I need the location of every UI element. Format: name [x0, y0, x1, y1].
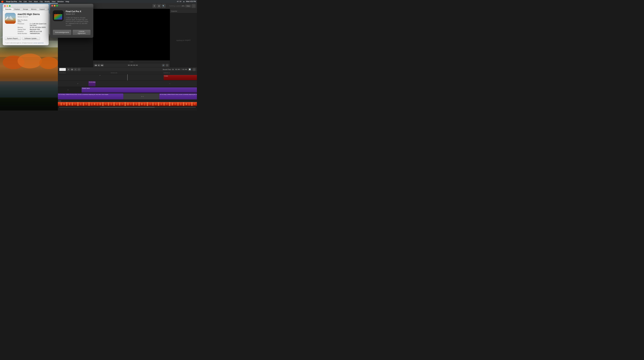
mute-button[interactable]: 🔊 — [162, 64, 165, 67]
timeline-toolbar: Index ⊞ ▦ ≡ ✂ BruceX Test - 5K 02:00 / 0… — [58, 67, 197, 72]
software-update-button[interactable]: Software Update... — [22, 37, 40, 40]
svg-rect-29 — [69, 103, 70, 105]
loop-button[interactable]: ↻ — [166, 64, 168, 67]
tab-overview[interactable]: Overview — [4, 8, 13, 11]
list-view-button[interactable]: ☰ — [152, 4, 156, 8]
track-2-marker-left: ⊢ — [77, 83, 78, 84]
svg-rect-50 — [128, 103, 128, 105]
clip-clouds[interactable]: Clouds: Name — [82, 87, 197, 93]
menubar-edit[interactable]: Edit — [24, 1, 27, 3]
svg-rect-15 — [5, 21, 16, 24]
fast-forward-button[interactable]: ▶▶ — [101, 64, 104, 67]
timeline-clip-appearance[interactable]: ▦ — [70, 68, 74, 71]
fcp-close-button[interactable] — [52, 5, 53, 7]
inspector-content: Nothing to Inspect — [170, 13, 197, 67]
menubar-trim[interactable]: Trim — [28, 1, 32, 3]
timeline-scrollbar[interactable] — [58, 106, 197, 108]
svg-rect-35 — [86, 103, 87, 105]
waveform-blobs — [58, 102, 197, 106]
menubar: 🍎 Final Cut Pro File Edit Trim Mark Clip… — [0, 0, 197, 3]
spec-memory: Memory 32 GB 1333 MHz DDR3 — [18, 27, 46, 28]
menubar-view[interactable]: View — [52, 1, 56, 3]
view-button[interactable]: View — [185, 5, 191, 7]
ruler-mark-3: 00:00:01:12 — [164, 72, 170, 74]
svg-rect-56 — [144, 103, 145, 105]
grid-view-button[interactable]: ⊞ — [157, 4, 161, 8]
tab-storage[interactable]: Storage — [22, 8, 30, 11]
fullscreen-button[interactable]: ⛶ — [192, 4, 196, 8]
timeline-appearance[interactable]: ⊞ — [67, 68, 70, 71]
acknowledgements-button[interactable]: Acknowledgements — [53, 30, 72, 35]
playback-controls[interactable]: ◀◀ — [94, 64, 97, 67]
svg-rect-63 — [164, 103, 164, 105]
track-curtain: ⊢ Curtain — [58, 74, 197, 81]
svg-rect-46 — [116, 103, 118, 105]
menubar-modify[interactable]: Modify — [45, 1, 50, 3]
spec-label-startup: Startup Disk — [18, 29, 30, 30]
tab-displays[interactable]: Displays — [13, 8, 21, 11]
svg-rect-53 — [136, 103, 137, 105]
playhead-timecode: 00:00:00:00 — [128, 65, 138, 66]
svg-rect-40 — [100, 103, 100, 105]
play-button[interactable]: ▶ — [98, 64, 100, 67]
menubar-wifi-icon: ▲ — [183, 1, 185, 3]
about-tabs: Overview Displays Storage Memory Support… — [3, 8, 49, 11]
svg-rect-36 — [88, 102, 90, 106]
close-button[interactable] — [4, 5, 6, 7]
svg-rect-67 — [175, 103, 176, 105]
track-lorem: Far Far Away: LOREM IPSUM ab Dolor sit a… — [58, 93, 197, 100]
menubar-finalcutpro[interactable]: Final Cut Pro — [6, 1, 17, 3]
license-agreement-link[interactable]: License Agreement — [33, 42, 44, 44]
fcp-maximize-button[interactable] — [56, 5, 58, 7]
spec-model: Mac Pro (Early 2009) — [18, 19, 46, 23]
timeline-settings[interactable]: ≡ — [74, 68, 77, 71]
menubar-help[interactable]: Help — [66, 1, 69, 3]
svg-rect-34 — [83, 102, 84, 106]
viewer-area — [93, 9, 170, 60]
svg-rect-74 — [194, 103, 195, 105]
svg-rect-73 — [191, 102, 192, 106]
viewer-controls: ◀◀ ▶ ▶▶ 00:00:00:00 🔊 ↻ — [93, 63, 170, 67]
clip-lorem-1-label: Far Far Away: LOREM IPSUM ab Dolor sit a… — [58, 94, 109, 95]
fcp-minimize-button[interactable] — [54, 5, 56, 7]
svg-rect-51 — [130, 103, 131, 105]
audio-meter-button[interactable]: 📊 — [188, 68, 191, 71]
maximize-button[interactable] — [9, 5, 10, 7]
menubar-file[interactable]: File — [19, 1, 22, 3]
svg-rect-62 — [161, 103, 162, 105]
clip-lorem-2[interactable]: Far Far Away: LOREM IPSUM 2 Dolor sit am… — [159, 93, 197, 99]
nothing-to-inspect: Nothing to Inspect — [176, 39, 190, 42]
headphones-button[interactable]: 🎧 — [192, 68, 196, 71]
svg-rect-65 — [169, 102, 170, 106]
tab-service[interactable]: Service — [46, 8, 49, 11]
fcp-app-name: Final Cut Pro X — [66, 10, 90, 13]
clip-far-far-away[interactable]: Far Far Away: Dott... — [88, 81, 95, 86]
svg-rect-54 — [138, 102, 140, 106]
track-2-marker-right: ⊣ — [169, 83, 170, 84]
scrollbar-thumb[interactable] — [100, 107, 155, 108]
track-clouds: ⊢ Clouds: Name — [58, 87, 197, 93]
license-agreement-button[interactable]: License Agreement — [72, 30, 90, 35]
clip-curtain[interactable]: Curtain — [164, 75, 197, 80]
menubar-clip[interactable]: Clip — [40, 1, 43, 3]
index-button[interactable]: Index — [59, 68, 66, 71]
zoom-level: 28% — [182, 5, 184, 7]
spec-processor: Processor 2 × 3.46 GHz Quad-Core Intel X… — [18, 23, 46, 26]
clip-lorem-1[interactable]: Far Far Away: LOREM IPSUM ab Dolor sit a… — [58, 93, 123, 99]
menubar-window[interactable]: Window — [57, 1, 64, 3]
track-marker-1: ⊢ — [100, 75, 101, 76]
fcp-inspector: Inspector Nothing to Inspect — [170, 9, 197, 67]
minimize-button[interactable] — [6, 5, 8, 7]
system-report-button[interactable]: System Report... — [5, 37, 21, 40]
timeline-blade-tool[interactable]: ✂ — [78, 68, 80, 71]
tab-support[interactable]: Support — [38, 8, 46, 11]
svg-rect-47 — [119, 103, 120, 105]
fcp-timeline: Index ⊞ ▦ ≡ ✂ BruceX Test - 5K 02:00 / 0… — [58, 67, 197, 110]
svg-rect-32 — [77, 102, 78, 106]
menubar-mark[interactable]: Mark — [34, 1, 38, 3]
apple-menu[interactable]: 🍎 — [1, 0, 4, 3]
search-button[interactable]: 🔍 — [162, 4, 166, 8]
svg-rect-39 — [97, 103, 98, 105]
spec-label-serial: Serial Number — [18, 33, 30, 34]
tab-memory[interactable]: Memory — [30, 8, 38, 11]
